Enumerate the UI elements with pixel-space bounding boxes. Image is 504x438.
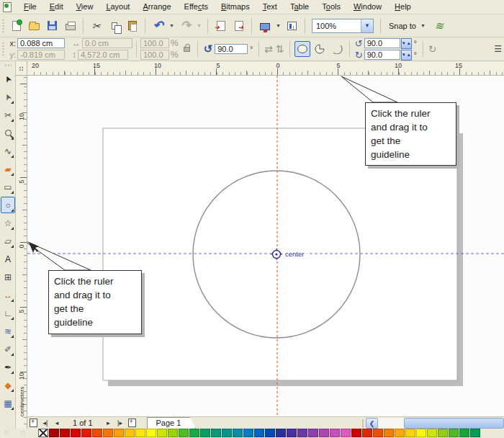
color-swatch[interactable] (168, 429, 178, 437)
menu-item-edit[interactable]: Edit (43, 0, 70, 14)
color-swatch[interactable] (449, 429, 459, 437)
color-swatch[interactable] (384, 429, 394, 437)
menu-item-file[interactable]: File (17, 0, 43, 14)
color-swatch[interactable] (438, 429, 448, 437)
color-swatch[interactable] (233, 429, 243, 437)
rectangle-tool[interactable]: ▭ (1, 179, 15, 195)
property-bar-grip[interactable] (2, 42, 4, 56)
menu-item-layout[interactable]: Layout (99, 0, 136, 14)
color-swatch[interactable] (81, 429, 91, 437)
spinner-up-icon[interactable]: ▲ (407, 53, 411, 57)
undo-dropdown[interactable]: ▼ (167, 17, 176, 35)
color-swatch[interactable] (297, 429, 307, 437)
color-swatch[interactable] (427, 429, 437, 437)
application-launcher-dropdown[interactable]: ▼ (274, 17, 283, 35)
color-swatch[interactable] (276, 429, 286, 437)
connector-tool[interactable]: ∟ (1, 305, 15, 321)
new-document-button[interactable] (7, 17, 25, 35)
eyedropper-tool[interactable]: ✐ (1, 341, 15, 357)
combo-dropdown-button[interactable]: ▼ (361, 19, 373, 32)
color-swatch[interactable] (125, 429, 135, 437)
color-swatch[interactable] (146, 429, 156, 437)
pie-mode-button[interactable] (312, 41, 328, 57)
color-swatch[interactable] (243, 429, 253, 437)
color-swatch[interactable] (362, 429, 372, 437)
add-page-button[interactable] (30, 419, 37, 427)
menu-item-help[interactable]: Help (388, 0, 418, 14)
color-swatch[interactable] (351, 429, 361, 437)
color-swatch[interactable] (92, 429, 102, 437)
menu-item-tools[interactable]: Tools (315, 0, 347, 14)
toolbox-grip[interactable] (4, 64, 12, 66)
color-swatch[interactable] (211, 429, 221, 437)
last-page-button[interactable]: |▸ (114, 419, 126, 426)
undo-button[interactable]: ↶ (149, 17, 167, 35)
dimension-tool[interactable]: ↔ (1, 287, 15, 303)
save-button[interactable] (43, 17, 61, 35)
color-swatch[interactable] (254, 429, 264, 437)
spinner-down-icon[interactable]: ▼ (402, 41, 406, 45)
open-button[interactable] (25, 17, 43, 35)
end-angle-field[interactable]: 90.0 (364, 50, 400, 60)
options-button[interactable]: ≋ (430, 17, 448, 35)
freehand-tool[interactable]: ∿ (1, 143, 15, 159)
toolbar-overflow-icon[interactable]: ☰ (494, 44, 501, 54)
color-swatch[interactable] (373, 429, 383, 437)
color-swatch[interactable] (330, 429, 340, 437)
page-tab[interactable]: Page 1 (147, 417, 197, 429)
x-position-field[interactable]: 0.088 cm (17, 38, 65, 48)
palette-options-icon[interactable]: □ (21, 429, 24, 437)
next-page-button[interactable]: ▸ (103, 419, 114, 426)
corel-connect-button[interactable] (283, 17, 301, 35)
arc-mode-button[interactable] (329, 41, 345, 57)
snap-to-dropdown[interactable]: Snap to ▼ (389, 22, 426, 30)
basic-shapes-tool[interactable]: ▱ (1, 233, 15, 249)
ruler-origin-button[interactable] (16, 61, 27, 76)
menu-item-arrange[interactable]: Arrange (136, 0, 177, 14)
start-angle-spinner[interactable]: ▼▲ (401, 38, 412, 49)
fill-tool[interactable]: ◆ (1, 377, 15, 393)
rotation-angle-field[interactable]: 90.0 (215, 44, 248, 54)
start-angle-field[interactable]: 90.0 (364, 38, 400, 48)
horizontal-ruler[interactable]: 2015105051015 (27, 61, 504, 76)
ellipse-mode-button[interactable] (294, 41, 310, 57)
add-page-button[interactable] (128, 419, 136, 427)
pick-tool[interactable]: ➤ (1, 71, 15, 87)
color-swatch[interactable] (265, 429, 275, 437)
crop-tool[interactable]: ✂ (1, 107, 15, 123)
export-button[interactable] (230, 17, 248, 35)
text-tool[interactable]: A (1, 251, 15, 267)
application-launcher-button[interactable] (256, 17, 274, 35)
color-swatch[interactable] (395, 429, 405, 437)
copy-button[interactable] (105, 17, 123, 35)
vertical-ruler[interactable]: centimeters 1050510 (16, 76, 27, 429)
menu-item-table[interactable]: Table (284, 0, 315, 14)
color-swatch[interactable] (49, 429, 59, 437)
menu-item-effects[interactable]: Effects (178, 0, 215, 14)
ellipse-tool[interactable]: ○ (1, 197, 15, 213)
color-swatch[interactable] (416, 429, 426, 437)
import-button[interactable] (212, 17, 230, 35)
polygon-tool[interactable]: ☆ (1, 215, 15, 231)
zoom-tool[interactable] (1, 125, 15, 141)
interactive-fill-tool[interactable]: ▦ (1, 395, 15, 411)
color-swatch[interactable] (470, 429, 480, 437)
menu-item-bitmaps[interactable]: Bitmaps (215, 0, 256, 14)
color-swatch[interactable] (60, 429, 70, 437)
palette-scroll-left-icon[interactable]: ○ (4, 429, 8, 436)
color-swatch[interactable] (405, 429, 415, 437)
color-swatch[interactable] (459, 429, 469, 437)
first-page-button[interactable]: ◂| (40, 419, 51, 426)
color-swatch[interactable] (189, 429, 199, 437)
color-swatch[interactable] (319, 429, 329, 437)
color-swatch[interactable] (222, 429, 232, 437)
spinner-up-icon[interactable]: ▲ (407, 41, 411, 45)
color-swatch[interactable] (157, 429, 167, 437)
smart-fill-tool[interactable]: ▰ (1, 161, 15, 177)
menu-item-text[interactable]: Text (256, 0, 284, 14)
print-button[interactable] (61, 17, 79, 35)
color-swatch[interactable] (308, 429, 318, 437)
color-swatch[interactable] (135, 429, 145, 437)
color-swatch[interactable] (179, 429, 189, 437)
spinner-down-icon[interactable]: ▼ (402, 53, 406, 57)
